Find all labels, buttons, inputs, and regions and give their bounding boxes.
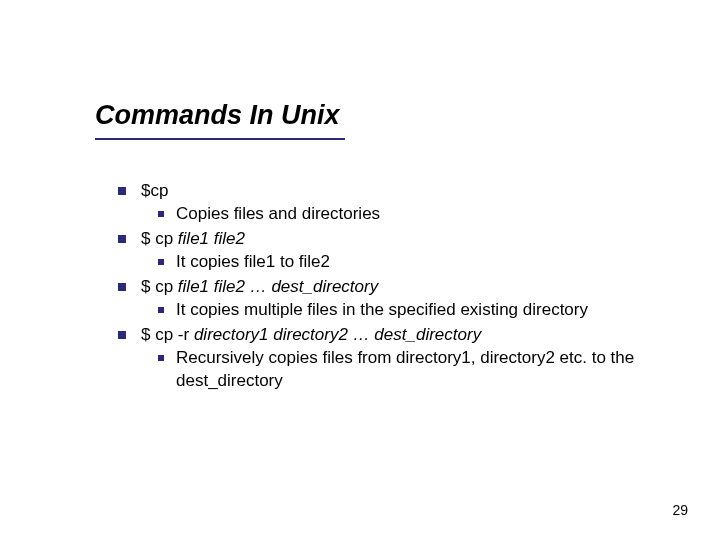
- heading-part: $cp: [141, 181, 168, 200]
- item-heading: $cp: [141, 180, 680, 203]
- square-bullet-icon: [118, 331, 126, 339]
- square-bullet-icon: [158, 211, 164, 217]
- square-bullet-icon: [158, 259, 164, 265]
- slide: Commands In Unix $cp Copies files and di…: [0, 0, 720, 540]
- square-bullet-icon: [118, 283, 126, 291]
- sub-text: It copies multiple files in the specifie…: [176, 299, 680, 322]
- list-item: $cp Copies files and directories: [118, 180, 680, 226]
- heading-part: $ cp: [141, 277, 178, 296]
- slide-title: Commands In Unix: [95, 100, 340, 131]
- sub-item: Copies files and directories: [158, 203, 680, 226]
- square-bullet-icon: [158, 307, 164, 313]
- sub-text: Copies files and directories: [176, 203, 680, 226]
- list-item: $ cp file1 file2 It copies file1 to file…: [118, 228, 680, 274]
- sub-item: It copies file1 to file2: [158, 251, 680, 274]
- sub-item: Recursively copies files from directory1…: [158, 347, 680, 393]
- item-heading: $ cp file1 file2: [141, 228, 680, 251]
- page-number: 29: [672, 502, 688, 518]
- sub-item: It copies multiple files in the specifie…: [158, 299, 680, 322]
- heading-part: directory1 directory2 … dest_directory: [194, 325, 481, 344]
- heading-part: $ cp: [141, 229, 178, 248]
- slide-content: $cp Copies files and directories $ cp fi…: [118, 180, 680, 394]
- heading-part: $ cp -r: [141, 325, 194, 344]
- heading-part: file1 file2: [178, 229, 245, 248]
- square-bullet-icon: [118, 235, 126, 243]
- square-bullet-icon: [118, 187, 126, 195]
- sub-text: It copies file1 to file2: [176, 251, 680, 274]
- title-underline: [95, 138, 345, 140]
- list-item: $ cp file1 file2 … dest_directory It cop…: [118, 276, 680, 322]
- item-heading: $ cp -r directory1 directory2 … dest_dir…: [141, 324, 680, 347]
- square-bullet-icon: [158, 355, 164, 361]
- list-item: $ cp -r directory1 directory2 … dest_dir…: [118, 324, 680, 393]
- item-heading: $ cp file1 file2 … dest_directory: [141, 276, 680, 299]
- heading-part: file1 file2 … dest_directory: [178, 277, 378, 296]
- sub-text: Recursively copies files from directory1…: [176, 347, 680, 393]
